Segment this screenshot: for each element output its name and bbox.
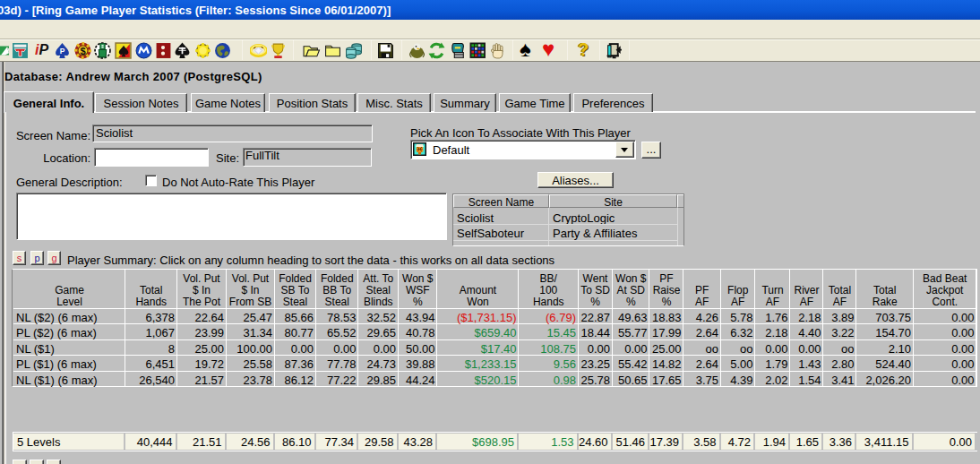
svg-text:P: P bbox=[60, 47, 65, 56]
svg-text:$: $ bbox=[80, 46, 85, 56]
